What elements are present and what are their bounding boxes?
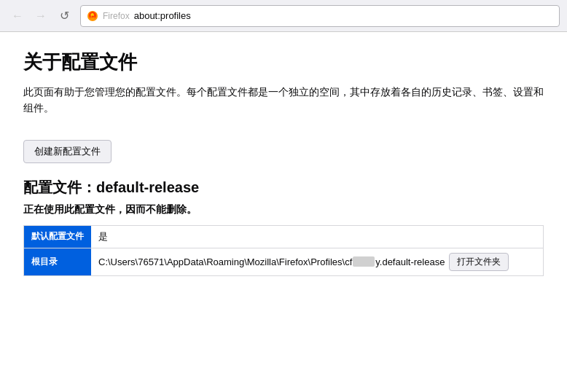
reload-button[interactable]: ↺	[54, 6, 74, 26]
table-cell-rootdir: C:\Users\76571\AppData\Roaming\Mozilla\F…	[91, 248, 544, 275]
table-header-default: 默认配置文件	[24, 225, 92, 248]
browser-chrome: ← → ↺ Firefox about:profiles	[0, 0, 567, 32]
forward-button[interactable]: →	[31, 6, 51, 26]
address-url: about:profiles	[134, 10, 191, 21]
open-folder-button[interactable]: 打开文件夹	[449, 253, 509, 271]
create-profile-button[interactable]: 创建新配置文件	[23, 140, 112, 163]
back-button[interactable]: ←	[7, 6, 28, 26]
path-prefix: C:\Users\76571\AppData\Roaming\Mozilla\F…	[98, 256, 352, 267]
profile-title: 配置文件：default-release	[23, 178, 544, 197]
path-suffix: y.default-release	[375, 256, 445, 267]
table-cell-default: 是	[91, 225, 544, 248]
table-header-rootdir: 根目录	[24, 248, 92, 275]
page-content: 关于配置文件 此页面有助于您管理您的配置文件。每个配置文件都是一个独立的空间，其…	[0, 32, 567, 392]
table-row: 默认配置文件 是	[24, 225, 544, 248]
profile-table: 默认配置文件 是 根目录 C:\Users\76571\AppData\Roam…	[23, 225, 544, 276]
path-blurred	[353, 256, 375, 267]
address-bar[interactable]: Firefox about:profiles	[80, 5, 560, 27]
address-separator: Firefox	[103, 11, 130, 21]
page-title: 关于配置文件	[23, 50, 544, 75]
nav-buttons: ← → ↺	[7, 6, 74, 26]
table-row: 根目录 C:\Users\76571\AppData\Roaming\Mozil…	[24, 248, 544, 275]
firefox-logo-icon	[87, 10, 98, 22]
profile-status: 正在使用此配置文件，因而不能删除。	[23, 203, 544, 216]
page-description: 此页面有助于您管理您的配置文件。每个配置文件都是一个独立的空间，其中存放着各自的…	[23, 84, 544, 117]
